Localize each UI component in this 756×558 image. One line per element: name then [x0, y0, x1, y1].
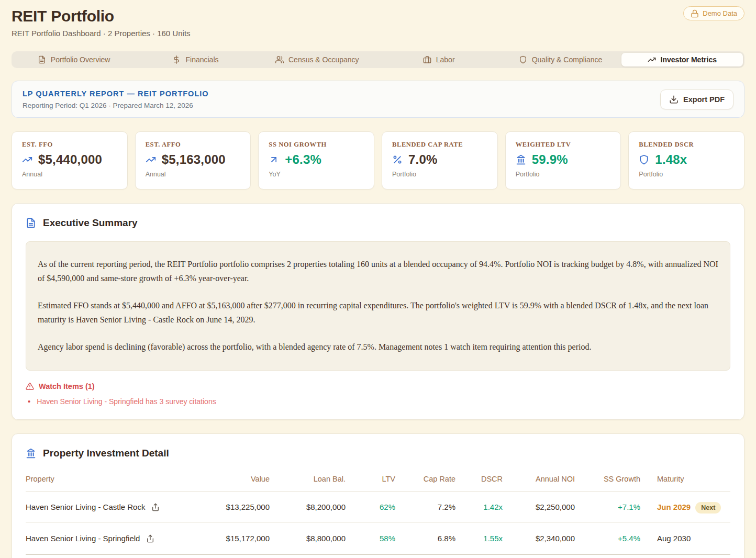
next-maturity-badge: Next — [695, 502, 721, 514]
summary-paragraph: Estimated FFO stands at $5,440,000 and A… — [38, 299, 718, 327]
download-icon — [669, 95, 679, 104]
kpi-card-est-ffo: EST. FFO$5,440,000Annual — [12, 131, 128, 189]
property-name-wrap: Haven Senior Living - Castle Rock — [26, 503, 202, 511]
table-row-portfolio-total: Portfolio$28,397,000$17,000,00059.9%7.0%… — [26, 554, 730, 558]
ss-growth-cell: +6.3% — [575, 554, 640, 558]
warning-triangle-icon — [26, 382, 34, 390]
kpi-value: $5,440,000 — [38, 152, 102, 167]
kpi-label: EST. AFFO — [146, 141, 241, 149]
tab-investor-metrics[interactable]: Investor Metrics — [621, 53, 743, 66]
watch-item: Haven Senior Living - Springfield has 3 … — [26, 397, 730, 406]
share-icon — [151, 503, 160, 511]
export-pdf-button[interactable]: Export PDF — [660, 90, 733, 109]
watch-items-title: Watch Items (1) — [39, 382, 95, 390]
property-investment-detail-card: Property Investment Detail PropertyValue… — [12, 433, 744, 558]
maturity-date: Jun 2029 — [657, 503, 691, 511]
executive-summary-text: As of the current reporting period, the … — [26, 241, 730, 371]
kpi-card-blended-dscr: BLENDED DSCR1.48xPortfolio — [628, 131, 744, 189]
kpi-value: 59.9% — [532, 152, 568, 167]
tab-label: Labor — [436, 55, 455, 64]
ltv-cell: 58% — [346, 523, 395, 555]
demo-data-badge: Demo Data — [683, 6, 744, 20]
kpi-value: 1.48x — [655, 152, 687, 167]
property-cell: Portfolio — [26, 554, 202, 558]
column-header-ss-growth: SS Growth — [575, 467, 640, 492]
property-cell: Haven Senior Living - Springfield — [26, 523, 202, 555]
page-header: REIT Portfolio REIT Portfolio Dashboard … — [12, 0, 744, 38]
demo-data-badge-label: Demo Data — [703, 9, 737, 17]
export-pdf-label: Export PDF — [683, 95, 725, 104]
tab-labor[interactable]: Labor — [378, 53, 499, 66]
loan-balance-cell: $8,800,000 — [270, 523, 346, 555]
value-cell: $15,172,000 — [202, 523, 270, 555]
kpi-value-row: $5,440,000 — [22, 152, 117, 167]
bank-icon — [516, 154, 526, 165]
kpi-label: BLENDED DSCR — [639, 141, 734, 149]
table-row: Haven Senior Living - Castle Rock$13,225… — [26, 492, 730, 523]
kpi-label: BLENDED CAP RATE — [392, 141, 487, 149]
tab-label: Investor Metrics — [661, 55, 717, 64]
column-header-dscr: DSCR — [455, 467, 503, 492]
lp-report-banner: LP QUARTERLY REPORT — REIT PORTFOLIO Rep… — [12, 81, 744, 118]
annual-noi-cell: $4,590,000 — [503, 554, 575, 558]
kpi-card-ss-noi-growth: SS NOI GROWTH+6.3%YoY — [258, 131, 374, 189]
shield-icon — [639, 154, 649, 165]
annual-noi-cell: $2,340,000 — [503, 523, 575, 555]
tab-portfolio-overview[interactable]: Portfolio Overview — [13, 53, 135, 66]
table-header-row: PropertyValueLoan Bal.LTVCap RateDSCRAnn… — [26, 467, 730, 492]
share-property-button[interactable] — [151, 503, 160, 511]
lp-report-title: LP QUARTERLY REPORT — REIT PORTFOLIO — [23, 90, 209, 98]
dscr-cell: 1.55x — [455, 523, 503, 555]
tab-label: Quality & Compliance — [532, 55, 603, 64]
lp-report-subtitle: Reporting Period: Q1 2026 · Prepared Mar… — [23, 102, 209, 109]
kpi-sublabel: Portfolio — [392, 171, 487, 178]
cap-rate-cell: 7.0% — [395, 554, 455, 558]
kpi-sublabel: Annual — [22, 171, 117, 178]
maturity-cell: Jun 2029Next — [640, 492, 730, 523]
tab-quality-compliance[interactable]: Quality & Compliance — [499, 53, 621, 66]
bank-icon — [26, 448, 36, 459]
tab-financials[interactable]: Financials — [135, 53, 256, 66]
kpi-value-row: $5,163,000 — [146, 152, 241, 167]
trending-icon — [146, 154, 156, 165]
kpi-value: 7.0% — [408, 152, 438, 167]
property-investment-detail-heading: Property Investment Detail — [26, 448, 730, 459]
briefcase-icon — [423, 55, 431, 64]
kpi-value-row: 1.48x — [639, 152, 734, 167]
kpi-value-row: 7.0% — [392, 152, 487, 167]
column-header-ltv: LTV — [346, 467, 395, 492]
tab-bar: Portfolio OverviewFinancialsCensus & Occ… — [12, 51, 744, 68]
kpi-label: SS NOI GROWTH — [269, 141, 364, 149]
column-header-loan-bal-: Loan Bal. — [270, 467, 346, 492]
investment-detail-table: PropertyValueLoan Bal.LTVCap RateDSCRAnn… — [26, 467, 730, 558]
kpi-value: +6.3% — [285, 152, 321, 167]
tab-census-occupancy[interactable]: Census & Occupancy — [257, 53, 378, 66]
document-icon — [26, 218, 36, 228]
summary-paragraph: As of the current reporting period, the … — [38, 258, 718, 286]
dscr-cell: 1.42x — [455, 492, 503, 523]
page-subtitle: REIT Portfolio Dashboard · 2 Properties … — [12, 29, 191, 38]
people-icon — [275, 55, 284, 64]
kpi-label: EST. FFO — [22, 141, 117, 149]
executive-summary-card: Executive Summary As of the current repo… — [12, 203, 744, 420]
kpi-value-row: +6.3% — [269, 152, 364, 167]
page: REIT Portfolio REIT Portfolio Dashboard … — [0, 0, 756, 558]
kpi-sublabel: YoY — [269, 171, 364, 178]
watch-items-section: Watch Items (1) Haven Senior Living - Sp… — [26, 382, 730, 406]
annual-noi-cell: $2,250,000 — [503, 492, 575, 523]
percent-icon — [392, 154, 403, 165]
lock-icon — [691, 9, 699, 18]
kpi-sublabel: Portfolio — [516, 171, 611, 178]
tab-label: Financials — [185, 55, 218, 64]
column-header-property: Property — [26, 467, 202, 492]
cap-rate-cell: 7.2% — [395, 492, 455, 523]
property-name-wrap: Haven Senior Living - Springfield — [26, 534, 202, 543]
maturity-cell — [640, 554, 730, 558]
maturity-cell: Aug 2030 — [640, 523, 730, 555]
ss-growth-cell: +5.4% — [575, 523, 640, 555]
tab-label: Portfolio Overview — [51, 55, 110, 64]
tab-label: Census & Occupancy — [288, 55, 359, 64]
ltv-cell: 62% — [346, 492, 395, 523]
maturity-date: Aug 2030 — [657, 534, 691, 543]
share-property-button[interactable] — [146, 534, 154, 543]
